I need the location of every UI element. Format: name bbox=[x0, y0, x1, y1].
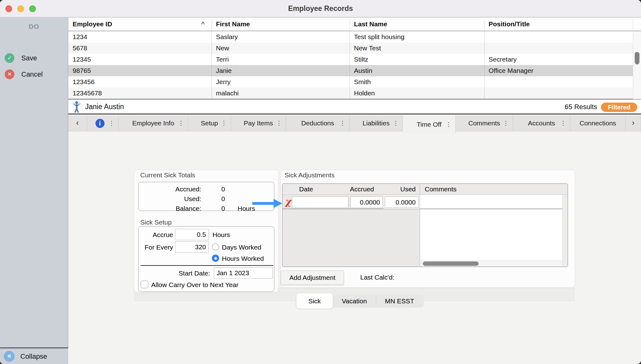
tab-info[interactable]: i ⋮ bbox=[87, 115, 119, 131]
record-bar: Janie Austin 65 Results Filtered bbox=[68, 100, 641, 114]
accrue-label: Accrue bbox=[139, 231, 173, 239]
adj-col-comments: Comments bbox=[425, 184, 457, 195]
table-row[interactable]: 12345678 malachi Holden bbox=[68, 88, 633, 99]
cancel-x-icon: ✕ bbox=[5, 69, 14, 79]
tab-menu-dots-icon[interactable]: ⋮ bbox=[276, 119, 282, 127]
window-title: Employee Records bbox=[0, 0, 641, 17]
for-every-label: For Every bbox=[139, 244, 173, 251]
adjustment-row: χ bbox=[283, 195, 420, 209]
tab-menu-dots-icon[interactable]: ⋮ bbox=[560, 119, 566, 127]
start-date-label: Start Date: bbox=[160, 270, 210, 277]
hours-worked-radio[interactable] bbox=[212, 255, 219, 262]
delete-row-icon[interactable]: χ bbox=[284, 196, 292, 208]
title-bar: Employee Records bbox=[0, 0, 641, 17]
table-row[interactable]: 123456 Jerry Smith bbox=[68, 76, 633, 88]
adj-col-used: Used bbox=[386, 184, 416, 195]
accrued-label: Accrued: bbox=[139, 185, 201, 193]
table-row-selected[interactable]: 98765 Janie Austin Office Manager bbox=[68, 65, 633, 76]
used-value: 0 bbox=[211, 195, 236, 203]
last-calcd-label: Last Calc'd: bbox=[360, 274, 394, 281]
add-adjustment-button[interactable]: Add Adjustment bbox=[281, 270, 344, 285]
setup-divider bbox=[141, 265, 273, 266]
used-label: Used: bbox=[139, 195, 201, 203]
tab-menu-dots-icon[interactable]: ⋮ bbox=[503, 119, 509, 127]
employee-table-header: Employee ID ^ First Name Last Name Posit… bbox=[68, 18, 641, 31]
tab-accounts[interactable]: Accounts⋮ bbox=[513, 115, 570, 131]
segment-sick-active[interactable]: Sick bbox=[296, 293, 333, 309]
adjustments-title: Sick Adjustments bbox=[285, 171, 335, 179]
filtered-badge[interactable]: Filtered bbox=[601, 103, 637, 112]
table-row[interactable]: 5678 New New Test bbox=[68, 43, 633, 54]
comments-field[interactable] bbox=[420, 195, 562, 260]
tab-menu-dots-icon[interactable]: ⋮ bbox=[109, 119, 115, 127]
column-header-last-name[interactable]: Last Name bbox=[350, 18, 484, 31]
cancel-button[interactable]: ✕ Cancel bbox=[5, 69, 43, 79]
for-every-input[interactable] bbox=[175, 241, 209, 253]
scrollbar-thumb[interactable] bbox=[635, 52, 639, 64]
tab-menu-dots-icon[interactable]: ⋮ bbox=[446, 121, 452, 128]
adj-col-date: Date bbox=[292, 184, 320, 195]
start-date-input[interactable] bbox=[214, 267, 273, 279]
chevron-left-icon: ‹ bbox=[76, 118, 79, 128]
sick-adjustments-card: Sick Adjustments Date Accrued Used Comme… bbox=[280, 170, 575, 288]
balance-label: Balance: bbox=[139, 205, 201, 212]
sick-setup-panel: Accrue Hours For Every Days Worked Hours… bbox=[138, 226, 274, 292]
adjustment-used-input[interactable] bbox=[385, 196, 418, 208]
tab-pay-items[interactable]: Pay Items⋮ bbox=[231, 115, 286, 131]
accrued-value: 0 bbox=[211, 185, 236, 193]
days-worked-label: Days Worked bbox=[222, 244, 261, 251]
adjustments-horizontal-scrollbar[interactable] bbox=[420, 260, 562, 267]
column-header-employee-id[interactable]: Employee ID bbox=[68, 18, 212, 31]
carry-over-checkbox[interactable] bbox=[141, 281, 148, 288]
segment-vacation[interactable]: Vacation bbox=[333, 295, 376, 308]
sidebar-footer: « Collapse bbox=[0, 347, 68, 364]
tab-time-off-active[interactable]: Time Off⋮ bbox=[403, 115, 456, 133]
pointer-arrow bbox=[250, 196, 284, 210]
days-worked-radio[interactable] bbox=[212, 243, 219, 250]
app-window: Employee Records DO ✓ Save ✕ Cancel « Co… bbox=[0, 0, 641, 364]
tab-menu-dots-icon[interactable]: ⋮ bbox=[221, 119, 227, 127]
tab-liabilities[interactable]: Liabilities⋮ bbox=[350, 115, 403, 131]
table-row[interactable]: 12345 Terri Stiltz Secretary bbox=[68, 54, 633, 65]
adj-col-accrued: Accrued bbox=[339, 184, 374, 195]
collapse-chevrons-icon: « bbox=[4, 351, 15, 362]
person-icon bbox=[73, 101, 81, 113]
table-row[interactable]: 1234 Saslary Test split housing bbox=[68, 31, 633, 43]
tab-setup[interactable]: Setup⋮ bbox=[188, 115, 231, 131]
sick-adjustments-table: Date Accrued Used Comments χ bbox=[282, 183, 568, 267]
adjustment-accrued-input[interactable] bbox=[350, 196, 383, 208]
adjustments-vertical-scrollbar[interactable] bbox=[562, 195, 568, 267]
adjustment-date-input[interactable] bbox=[292, 196, 348, 208]
segment-mn-esst[interactable]: MN ESST bbox=[376, 295, 423, 308]
tabs-scroll-left-button[interactable]: ‹ bbox=[68, 115, 87, 131]
hours-worked-label: Hours Worked bbox=[222, 255, 264, 262]
info-icon: i bbox=[95, 119, 105, 128]
setup-title: Sick Setup bbox=[140, 219, 172, 226]
tab-employee-info[interactable]: Employee Info⋮ bbox=[119, 115, 188, 131]
tab-menu-dots-icon[interactable]: ⋮ bbox=[340, 119, 346, 127]
tab-menu-dots-icon[interactable]: ⋮ bbox=[178, 119, 184, 127]
accrue-input[interactable] bbox=[175, 229, 209, 240]
chevron-right-icon: › bbox=[632, 118, 635, 128]
adjustments-header: Date Accrued Used Comments bbox=[283, 184, 567, 195]
table-vertical-scrollbar[interactable] bbox=[633, 31, 641, 99]
save-check-icon: ✓ bbox=[5, 53, 14, 63]
sort-ascending-icon: ^ bbox=[201, 20, 205, 29]
tab-comments[interactable]: Comments⋮ bbox=[456, 115, 513, 131]
tab-connections[interactable]: Connections bbox=[570, 115, 626, 131]
column-header-position-title[interactable]: Position/Title bbox=[484, 18, 633, 31]
employee-table: Employee ID ^ First Name Last Name Posit… bbox=[68, 17, 641, 99]
time-off-type-tabs: Sick Vacation MN ESST bbox=[295, 293, 424, 309]
scrollbar-thumb[interactable] bbox=[423, 261, 479, 266]
accrue-unit: Hours bbox=[213, 231, 230, 239]
results-count: 65 Results bbox=[565, 103, 597, 111]
tabs-scroll-right-button[interactable]: › bbox=[626, 115, 641, 131]
tab-menu-dots-icon[interactable]: ⋮ bbox=[393, 119, 399, 127]
tab-deductions[interactable]: Deductions⋮ bbox=[286, 115, 350, 131]
sidebar-header: DO bbox=[0, 23, 68, 30]
tab-bar: ‹ i ⋮ Employee Info⋮ Setup⋮ Pay Items⋮ D… bbox=[68, 115, 641, 131]
sick-summary-card: Current Sick Totals Accrued: 0 Used: 0 B… bbox=[134, 170, 279, 292]
collapse-button[interactable]: « Collapse bbox=[4, 351, 47, 362]
save-button[interactable]: ✓ Save bbox=[5, 53, 37, 63]
column-header-first-name[interactable]: First Name bbox=[212, 18, 350, 31]
